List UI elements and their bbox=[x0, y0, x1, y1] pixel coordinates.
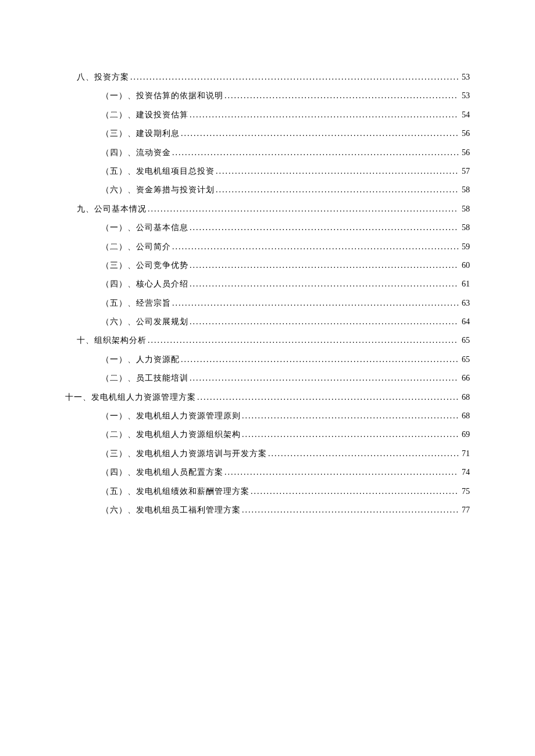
toc-leader-dots bbox=[241, 428, 458, 441]
toc-page-number: 65 bbox=[458, 334, 470, 347]
toc-leader-dots bbox=[180, 127, 458, 140]
toc-title: （五）、发电机组绩效和薪酬管理方案 bbox=[101, 485, 249, 498]
toc-entry: （一）、公司基本信息58 bbox=[65, 221, 470, 234]
toc-page-number: 53 bbox=[458, 89, 470, 102]
toc-entry: 十一、发电机组人力资源管理方案68 bbox=[65, 391, 470, 404]
toc-leader-dots bbox=[180, 353, 458, 366]
toc-leader-dots bbox=[188, 221, 458, 234]
toc-leader-dots bbox=[171, 146, 458, 159]
toc-title: （四）、发电机组人员配置方案 bbox=[101, 466, 223, 479]
toc-leader-dots bbox=[223, 466, 458, 479]
toc-entry: （一）、人力资源配65 bbox=[65, 353, 470, 366]
toc-title: （四）、核心人员介绍 bbox=[101, 278, 188, 291]
toc-title: （一）、发电机组人力资源管理原则 bbox=[101, 410, 241, 422]
toc-leader-dots bbox=[188, 316, 458, 328]
toc-entry: （三）、公司竞争优势60 bbox=[65, 259, 470, 272]
toc-title: （一）、公司基本信息 bbox=[101, 221, 188, 234]
toc-title: （一）、人力资源配 bbox=[101, 353, 180, 366]
toc-title: （二）、员工技能培训 bbox=[101, 372, 188, 385]
toc-page-number: 60 bbox=[458, 259, 470, 272]
toc-leader-dots bbox=[196, 391, 458, 404]
toc-page-number: 74 bbox=[458, 466, 470, 479]
toc-page-number: 58 bbox=[458, 184, 470, 196]
toc-page-number: 69 bbox=[458, 428, 470, 441]
toc-leader-dots bbox=[147, 203, 458, 216]
toc-title: （一）、投资估算的依据和说明 bbox=[101, 89, 223, 102]
toc-leader-dots bbox=[241, 504, 458, 517]
toc-title: （五）、经营宗旨 bbox=[101, 297, 171, 310]
toc-title: （二）、公司简介 bbox=[101, 241, 171, 253]
toc-leader-dots bbox=[188, 109, 458, 121]
toc-leader-dots bbox=[267, 447, 458, 460]
toc-title: 九、公司基本情况 bbox=[77, 203, 147, 216]
toc-entry: （二）、公司简介59 bbox=[65, 241, 470, 253]
toc-title: 十、组织架构分析 bbox=[77, 334, 147, 347]
toc-entry: （四）、流动资金56 bbox=[65, 146, 470, 159]
toc-page-number: 64 bbox=[458, 316, 470, 328]
toc-entry: （二）、发电机组人力资源组织架构69 bbox=[65, 428, 470, 441]
toc-page-number: 56 bbox=[458, 146, 470, 159]
toc-page-number: 56 bbox=[458, 127, 470, 140]
toc-page-number: 58 bbox=[458, 221, 470, 234]
toc-title: （五）、发电机组项目总投资 bbox=[101, 165, 215, 178]
toc-page-number: 63 bbox=[458, 297, 470, 310]
toc-page-number: 54 bbox=[458, 109, 470, 121]
toc-entry: （五）、发电机组项目总投资57 bbox=[65, 165, 470, 178]
toc-entry: （四）、核心人员介绍61 bbox=[65, 278, 470, 291]
toc-title: 十一、发电机组人力资源管理方案 bbox=[65, 391, 196, 404]
toc-title: （六）、资金筹措与投资计划 bbox=[101, 184, 215, 196]
toc-page-number: 57 bbox=[458, 165, 470, 178]
toc-leader-dots bbox=[249, 485, 458, 498]
toc-entry: 八、投资方案53 bbox=[65, 71, 470, 84]
toc-page-number: 53 bbox=[458, 71, 470, 84]
toc-entry: （二）、建设投资估算54 bbox=[65, 109, 470, 121]
toc-leader-dots bbox=[215, 165, 458, 178]
toc-leader-dots bbox=[129, 71, 458, 84]
toc-entry: （三）、建设期利息56 bbox=[65, 127, 470, 140]
toc-leader-dots bbox=[171, 241, 458, 253]
toc-entry: 九、公司基本情况58 bbox=[65, 203, 470, 216]
toc-leader-dots bbox=[188, 259, 458, 272]
toc-title: （三）、公司竞争优势 bbox=[101, 259, 188, 272]
toc-page-number: 75 bbox=[458, 485, 470, 498]
toc-page-number: 58 bbox=[458, 203, 470, 216]
toc-title: （六）、公司发展规划 bbox=[101, 316, 188, 328]
toc-entry: （四）、发电机组人员配置方案74 bbox=[65, 466, 470, 479]
toc-entry: （五）、发电机组绩效和薪酬管理方案75 bbox=[65, 485, 470, 498]
toc-page-number: 68 bbox=[458, 391, 470, 404]
toc-entry: （六）、发电机组员工福利管理方案77 bbox=[65, 504, 470, 517]
toc-entry: （六）、资金筹措与投资计划58 bbox=[65, 184, 470, 196]
toc-title: （三）、建设期利息 bbox=[101, 127, 180, 140]
toc-title: （二）、建设投资估算 bbox=[101, 109, 188, 121]
toc-title: （六）、发电机组员工福利管理方案 bbox=[101, 504, 241, 517]
toc-page-number: 71 bbox=[458, 447, 470, 460]
table-of-contents: 八、投资方案53（一）、投资估算的依据和说明53（二）、建设投资估算54（三）、… bbox=[65, 71, 470, 517]
toc-leader-dots bbox=[188, 278, 458, 291]
toc-page-number: 77 bbox=[458, 504, 470, 517]
toc-entry: （五）、经营宗旨63 bbox=[65, 297, 470, 310]
toc-title: （二）、发电机组人力资源组织架构 bbox=[101, 428, 241, 441]
toc-leader-dots bbox=[215, 184, 458, 196]
toc-entry: 十、组织架构分析65 bbox=[65, 334, 470, 347]
toc-entry: （一）、发电机组人力资源管理原则68 bbox=[65, 410, 470, 422]
toc-page-number: 65 bbox=[458, 353, 470, 366]
toc-leader-dots bbox=[223, 89, 458, 102]
toc-leader-dots bbox=[171, 297, 458, 310]
toc-entry: （一）、投资估算的依据和说明53 bbox=[65, 89, 470, 102]
toc-title: （四）、流动资金 bbox=[101, 146, 171, 159]
toc-leader-dots bbox=[241, 410, 458, 422]
toc-page-number: 61 bbox=[458, 278, 470, 291]
toc-title: 八、投资方案 bbox=[77, 71, 129, 84]
toc-page-number: 66 bbox=[458, 372, 470, 385]
toc-entry: （二）、员工技能培训66 bbox=[65, 372, 470, 385]
toc-page-number: 68 bbox=[458, 410, 470, 422]
toc-title: （三）、发电机组人力资源培训与开发方案 bbox=[101, 447, 267, 460]
toc-leader-dots bbox=[147, 334, 458, 347]
toc-entry: （六）、公司发展规划64 bbox=[65, 316, 470, 328]
toc-leader-dots bbox=[188, 372, 458, 385]
toc-page-number: 59 bbox=[458, 241, 470, 253]
toc-entry: （三）、发电机组人力资源培训与开发方案71 bbox=[65, 447, 470, 460]
